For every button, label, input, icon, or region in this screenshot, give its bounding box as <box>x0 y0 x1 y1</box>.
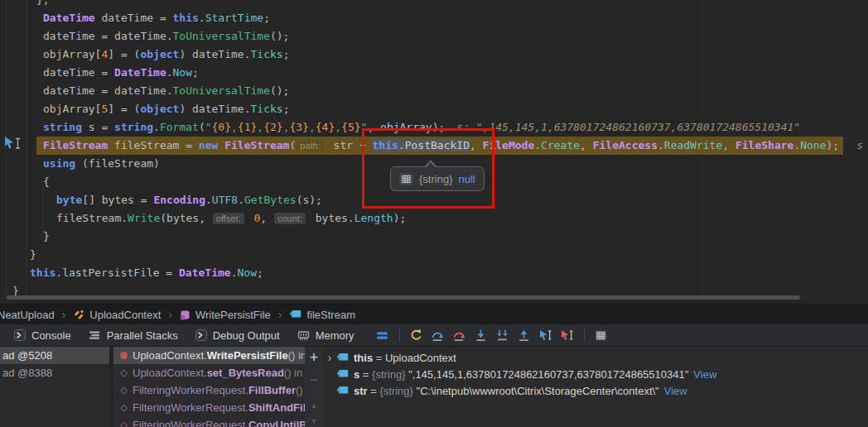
layout-settings-button[interactable] <box>374 326 392 344</box>
stack-frame-row[interactable]: ◇FilteringWorkerRequest.ShiftAndFill( <box>113 399 305 416</box>
step-over-button[interactable] <box>429 326 447 344</box>
toolbar-separator <box>584 329 585 342</box>
breadcrumb-item-filestream[interactable]: fileStream <box>289 309 355 321</box>
view-link[interactable]: View <box>693 368 716 381</box>
variable-icon <box>336 369 349 379</box>
tab-parallel-stacks[interactable]: Parallel Stacks <box>89 329 178 342</box>
smart-step-into-button[interactable] <box>494 326 512 344</box>
class-icon <box>73 309 84 320</box>
view-link[interactable]: View <box>664 385 687 397</box>
console-icon <box>195 329 207 341</box>
breadcrumb-item-neatupload[interactable]: NeatUpload <box>0 309 55 321</box>
code-line[interactable]: objArray[5] = (object) dateTime.Ticks; <box>0 100 868 118</box>
frame-icon: ◇ <box>120 402 128 413</box>
breadcrumb-separator: › <box>168 308 172 321</box>
move-watch-up-button[interactable]: ▲ <box>305 402 323 410</box>
remove-watch-button[interactable]: − <box>305 372 323 387</box>
frame-icon: ◇ <box>120 420 128 427</box>
breadcrumb-separator: › <box>278 308 282 321</box>
thread-row[interactable]: ad @5208 <box>0 347 109 364</box>
variable-row-str[interactable]: str = {string} "C:\inetpub\wwwroot\Citri… <box>323 382 868 399</box>
code-line[interactable]: objArray[4] = (object) dateTime.Ticks; <box>0 46 868 64</box>
variable-icon <box>289 309 301 319</box>
method-icon <box>180 309 190 320</box>
ide-window: };DateTime dateTime = this.StartTime;dat… <box>0 0 868 427</box>
threads-list[interactable]: ad @5208ad @8388 <box>0 347 109 427</box>
horizontal-scrollbar[interactable] <box>7 295 800 300</box>
breadcrumb-item-writepersistfile[interactable]: WritePersistFile <box>180 309 271 321</box>
breadcrumb-item-uploadcontext[interactable]: UploadContext <box>73 309 161 321</box>
watch-toolbar: + − ▲ ▼ <box>305 347 323 427</box>
tab-memory[interactable]: Memory <box>297 329 354 342</box>
tab-console[interactable]: Console <box>14 329 71 342</box>
code-line[interactable]: }; <box>0 0 868 9</box>
variables-list[interactable]: ›this = UploadContext s = {string} ",145… <box>323 347 868 427</box>
show-execution-point-button[interactable] <box>407 326 426 344</box>
add-watch-button[interactable]: + <box>305 350 323 365</box>
code-line[interactable]: DateTime dateTime = this.StartTime; <box>0 9 868 27</box>
variable-row-this[interactable]: ›this = UploadContext <box>323 349 868 366</box>
chevron-spacer <box>323 382 336 399</box>
code-line[interactable]: fileStream.Write(bytes, offset: 0, count… <box>0 209 868 228</box>
breadcrumb: NeatUpload›UploadContext›WritePersistFil… <box>0 304 868 324</box>
evaluate-expression-button[interactable] <box>592 326 610 344</box>
variable-icon <box>336 386 349 396</box>
debug-toolbar: ConsoleParallel StacksDebug OutputMemory <box>0 324 868 347</box>
thread-row[interactable]: ad @8388 <box>0 364 109 381</box>
inline-watch: s <box>856 137 868 155</box>
step-into-button[interactable] <box>472 326 490 344</box>
run-to-cursor-button[interactable] <box>537 326 555 344</box>
tab-debug-output[interactable]: Debug Output <box>195 329 280 342</box>
move-watch-down-button[interactable]: ▼ <box>305 418 323 425</box>
force-step-over-button[interactable] <box>451 326 469 344</box>
stack-frame-row[interactable]: ◇FilteringWorkerRequest.FillBuffer() in <box>113 381 305 399</box>
variable-row-s[interactable]: s = {string} ",145,145,1,637801724862160… <box>323 366 868 382</box>
breadcrumb-separator: › <box>62 308 66 321</box>
memory-icon <box>297 329 310 342</box>
frames-list[interactable]: UploadContext.WritePersistFile() in ◇Upl… <box>113 347 305 427</box>
annotation-rectangle <box>362 128 494 209</box>
debug-panel: ad @5208ad @8388 UploadContext.WritePers… <box>0 347 868 427</box>
frame-icon: ◇ <box>120 385 128 396</box>
code-line[interactable]: this.lastPersistFile = DateTime.Now; <box>0 264 868 282</box>
current-frame-icon <box>120 352 128 359</box>
frame-icon: ◇ <box>120 367 128 378</box>
variable-icon <box>336 353 349 362</box>
code-line[interactable]: } <box>0 246 868 264</box>
expand-chevron-icon[interactable]: › <box>323 349 336 366</box>
stack-frame-row[interactable]: UploadContext.WritePersistFile() in <box>113 347 305 364</box>
code-line[interactable]: } <box>0 228 868 246</box>
stack-frame-row[interactable]: ◇FilteringWorkerRequest.CopyUntilBo <box>113 416 305 427</box>
stacks-icon <box>89 329 101 341</box>
code-line[interactable]: dateTime = dateTime.ToUniversalTime(); <box>0 27 868 46</box>
code-line[interactable]: dateTime = dateTime.ToUniversalTime(); <box>0 82 868 100</box>
toolbar-separator <box>399 329 400 342</box>
code-line[interactable]: dateTime = DateTime.Now; <box>0 64 868 82</box>
chevron-spacer <box>323 366 336 382</box>
stack-frame-row[interactable]: ◇UploadContext.set_BytesRead() in B <box>113 364 305 381</box>
step-out-button[interactable] <box>515 326 533 344</box>
run-to-cursor-pointer-icon <box>3 136 25 154</box>
force-run-to-cursor-button[interactable] <box>558 326 576 344</box>
console-icon <box>14 329 26 341</box>
